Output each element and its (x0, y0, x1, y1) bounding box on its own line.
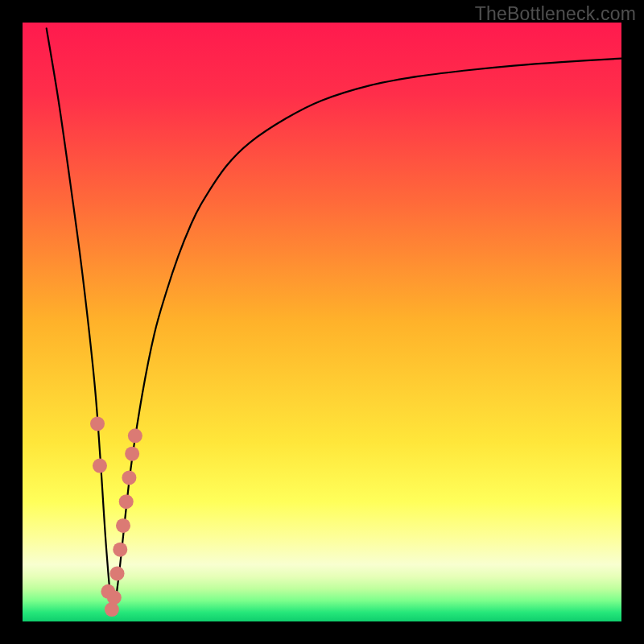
plot-frame (23, 23, 621, 621)
marker-dot (116, 518, 130, 533)
marker-dot (125, 447, 139, 461)
marker-dot (93, 459, 107, 473)
marker-dot (105, 602, 119, 617)
gradient-background (23, 23, 621, 621)
marker-dot (110, 566, 125, 580)
marker-dot (107, 590, 122, 605)
marker-dot (113, 543, 127, 557)
bottleneck-chart (23, 23, 621, 621)
marker-dot (119, 494, 134, 509)
marker-dot (122, 470, 136, 485)
watermark-text: TheBottleneck.com (475, 3, 636, 25)
marker-dot (128, 428, 142, 443)
marker-dot (90, 416, 105, 431)
